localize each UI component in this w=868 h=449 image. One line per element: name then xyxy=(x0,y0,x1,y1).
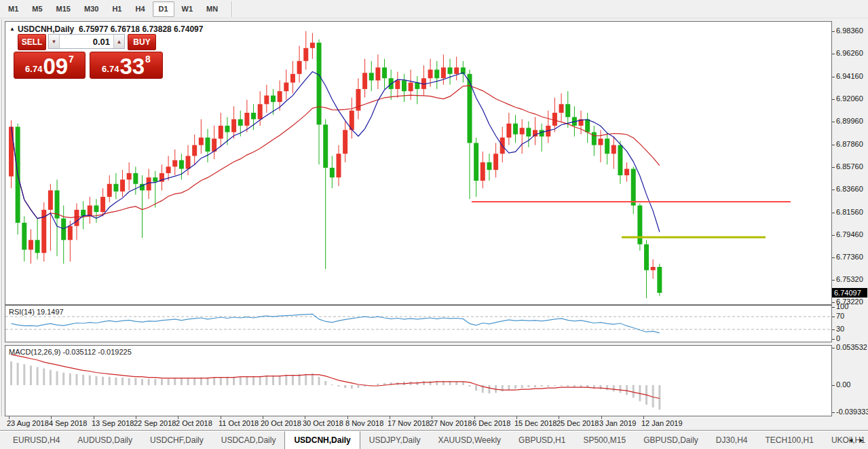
rsi-tick-2-tick xyxy=(832,329,835,330)
date-label-13: 25 Dec 2018 xyxy=(556,419,599,427)
tab-scroll-left-icon[interactable]: ◄ xyxy=(848,437,854,444)
timeframe-button-h4[interactable]: H4 xyxy=(129,1,151,17)
macd-tick-0-tick xyxy=(832,348,835,348)
macd-indicator-panel: MACD(12,26,9) -0.035112 -0.019225 xyxy=(5,345,832,416)
date-label-12: 15 Dec 2018 xyxy=(514,419,556,427)
timeframe-toolbar: M1M5M15M30H1H4D1W1MN xyxy=(0,0,868,18)
macd-tick-2: -0.039333 xyxy=(836,408,868,416)
sell-button[interactable]: SELL xyxy=(18,34,46,50)
buy-price-small: 6.74 xyxy=(102,64,119,74)
tab-gbpusd-daily[interactable]: GBPUSD,Daily xyxy=(635,431,707,449)
price-tick-10-tick xyxy=(832,257,835,258)
date-label-8: 8 Nov 2018 xyxy=(345,419,383,427)
timeframe-button-d1[interactable]: D1 xyxy=(153,1,174,17)
toolbar-separator xyxy=(231,1,233,17)
chart-tab-bar: EURUSD,H4AUDUSD,DailyUSDCHF,DailyUSDCAD,… xyxy=(0,430,868,449)
rsi-tick-3-tick xyxy=(832,339,835,340)
timeframe-button-h1[interactable]: H1 xyxy=(106,1,128,17)
tab-scroll-right-icon[interactable]: ► xyxy=(858,437,865,444)
date-label-2: 13 Sep 2018 xyxy=(92,419,134,427)
tab-sp500-m15[interactable]: SP500,M15 xyxy=(574,431,635,449)
price-tick-11: 6.75320 xyxy=(836,275,863,284)
price-tick-0: 6.98360 xyxy=(836,26,863,35)
buy-button[interactable]: BUY xyxy=(128,34,156,50)
price-tick-1: 6.96260 xyxy=(836,49,863,58)
price-tick-5: 6.87860 xyxy=(836,140,863,149)
price-tick-9-tick xyxy=(832,235,835,236)
rsi-label: RSI(14) 19.1497 xyxy=(9,308,64,316)
price-tick-6-tick xyxy=(832,167,835,168)
macd-histogram xyxy=(10,361,660,410)
price-tick-8-tick xyxy=(832,213,835,213)
price-tick-7-tick xyxy=(832,190,835,190)
volume-stepper: ▼ ▲ xyxy=(48,34,125,49)
tab-usdcad-daily[interactable]: USDCAD,Daily xyxy=(212,431,285,449)
price-tick-9: 6.79460 xyxy=(836,230,863,239)
window-groove xyxy=(1,19,3,429)
price-tick-7: 6.83660 xyxy=(836,185,863,194)
volume-decrease-button[interactable]: ▼ xyxy=(49,35,60,48)
macd-chart-surface[interactable] xyxy=(5,346,831,416)
price-tick-10: 6.77360 xyxy=(836,253,863,262)
tab-eurusd-h4[interactable]: EURUSD,H4 xyxy=(4,431,69,449)
date-label-5: 11 Oct 2018 xyxy=(219,419,259,427)
timeframe-button-w1[interactable]: W1 xyxy=(176,1,200,17)
price-tick-5-tick xyxy=(832,145,835,145)
tab-gbpusd-h1[interactable]: GBPUSD,H1 xyxy=(510,431,574,449)
date-label-11: 6 Dec 2018 xyxy=(472,419,510,427)
tab-audusd-daily[interactable]: AUDUSD,Daily xyxy=(69,431,141,449)
rsi-tick-2: 30 xyxy=(836,325,844,334)
tab-tech100-h1[interactable]: TECH100,H1 xyxy=(757,431,823,449)
price-tick-3-tick xyxy=(832,99,835,100)
rsi-tick-1: 70 xyxy=(836,312,844,321)
timeframe-button-m30[interactable]: M30 xyxy=(78,1,105,17)
timeframe-button-mn[interactable]: MN xyxy=(200,1,224,17)
sell-price-quote[interactable]: 6.74097 xyxy=(14,52,86,79)
timeframe-button-m5[interactable]: M5 xyxy=(26,1,48,17)
price-tick-2-tick xyxy=(832,77,835,77)
price-tick-2: 6.94160 xyxy=(836,72,863,81)
price-tick-4-tick xyxy=(832,122,835,122)
rsi-tick-0: 100 xyxy=(836,302,848,311)
date-label-6: 20 Oct 2018 xyxy=(261,419,301,427)
volume-input[interactable] xyxy=(60,35,113,48)
ma-fast-line[interactable] xyxy=(12,72,660,232)
price-tick-4: 6.89960 xyxy=(836,117,863,126)
buy-price-big: 33 xyxy=(119,56,145,77)
rsi-chart-surface[interactable] xyxy=(5,306,831,342)
tab-dj30-h4[interactable]: DJ30,H4 xyxy=(707,431,757,449)
date-label-3: 22 Sep 2018 xyxy=(134,419,176,427)
rsi-tick-1-tick xyxy=(832,317,835,317)
buy-price-quote[interactable]: 6.74338 xyxy=(90,52,163,79)
timeframe-button-m1[interactable]: M1 xyxy=(2,1,24,17)
sell-price-big: 09 xyxy=(43,56,68,77)
buy-price-sup: 8 xyxy=(145,54,151,65)
tab-xauusd-weekly[interactable]: XAUUSD,Weekly xyxy=(430,431,510,449)
timeframe-button-m15[interactable]: M15 xyxy=(50,1,77,17)
trading-terminal-window: M1M5M15M30H1H4D1W1MN ▲USDCNH,Daily 6.759… xyxy=(0,0,868,449)
current-price-tag: 6.74097 xyxy=(832,288,867,298)
tab-usdcnh-daily[interactable]: USDCNH,Daily xyxy=(284,431,360,449)
macd-tick-2-tick xyxy=(832,412,835,413)
date-label-1: 4 Sep 2018 xyxy=(49,419,87,427)
rsi-tick-0-tick xyxy=(832,307,835,308)
price-tick-3: 6.92060 xyxy=(836,94,863,103)
macd-label: MACD(12,26,9) -0.035112 -0.019225 xyxy=(9,348,132,356)
macd-tick-0: 0.053532 xyxy=(836,343,867,352)
macd-signal-line xyxy=(12,355,660,399)
date-label-10: 27 Nov 2018 xyxy=(430,419,472,427)
date-label-15: 12 Jan 2019 xyxy=(641,419,683,427)
date-label-14: 3 Jan 2019 xyxy=(599,419,636,427)
tab-usdjpy-daily[interactable]: USDJPY,Daily xyxy=(360,431,430,449)
tab-usdchf-daily[interactable]: USDCHF,Daily xyxy=(141,431,212,449)
price-tick-11-tick xyxy=(832,280,835,281)
main-chart-panel: ▲USDCNH,Daily 6.75977 6.76718 6.73828 6.… xyxy=(5,21,832,305)
price-tick-1-tick xyxy=(832,54,835,54)
rsi-tick-3: 0 xyxy=(836,334,840,343)
macd-tick-1: 0.00 xyxy=(836,380,850,389)
volume-increase-button[interactable]: ▲ xyxy=(113,35,124,48)
collapse-chart-icon[interactable]: ▲ xyxy=(10,26,15,32)
macd-tick-1-tick xyxy=(832,385,835,386)
tab-scroll-controls: ◄ ► xyxy=(848,437,865,444)
price-tick-12-tick xyxy=(832,302,835,303)
